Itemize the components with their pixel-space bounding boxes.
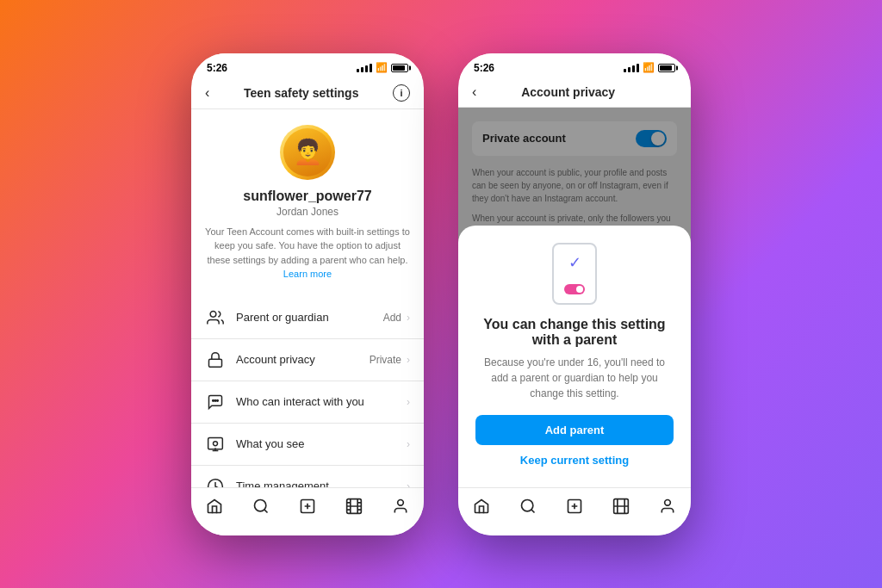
svg-point-6 <box>214 441 218 445</box>
screen1-title: Teen safety settings <box>244 86 359 100</box>
profile-description: Your Teen Account comes with built-in se… <box>205 225 410 282</box>
status-time-2: 5:26 <box>474 62 494 74</box>
battery-icon <box>391 64 408 72</box>
svg-point-8 <box>255 499 266 511</box>
avatar: 🧑‍🦱 <box>280 125 335 180</box>
person-icon <box>205 307 226 328</box>
settings-item-interact[interactable]: Who can interact with you › <box>191 381 424 424</box>
nav-bar-2 <box>458 487 691 535</box>
nav-profile-icon-2[interactable] <box>659 498 676 519</box>
chevron-icon-see: › <box>407 438 410 450</box>
eye-icon <box>205 434 226 455</box>
toggle-illustration <box>564 284 585 294</box>
svg-point-4 <box>217 399 219 401</box>
privacy-label: Account privacy <box>236 353 370 366</box>
check-icon: ✓ <box>568 253 581 272</box>
interact-label: Who can interact with you <box>236 395 401 408</box>
real-name: Jordan Jones <box>276 206 339 218</box>
nav-reels-icon[interactable] <box>345 498 363 519</box>
username: sunflower_power77 <box>243 189 371 204</box>
sheet-description: Because you're under 16, you'll need to … <box>475 355 674 401</box>
signal-icon-2 <box>624 64 639 72</box>
status-bar-1: 5:26 📶 <box>191 53 424 77</box>
profile-section: 🧑‍🦱 sunflower_power77 Jordan Jones Your … <box>191 109 424 290</box>
screen1-header: ‹ Teen safety settings i <box>191 77 424 109</box>
nav-reels-icon-2[interactable] <box>612 498 630 519</box>
signal-icon <box>357 64 372 72</box>
svg-point-0 <box>210 311 216 317</box>
bottom-sheet: ✓ You can change this setting with a par… <box>458 226 691 487</box>
nav-search-icon[interactable] <box>252 498 270 519</box>
avatar-face: 🧑‍🦱 <box>283 128 332 176</box>
phone-teen-safety: 5:26 📶 ‹ Teen safety settings i <box>191 53 424 535</box>
clock-icon <box>205 476 226 487</box>
settings-item-privacy[interactable]: Account privacy Private › <box>191 339 424 381</box>
nav-home-icon-2[interactable] <box>473 498 490 519</box>
svg-point-21 <box>398 499 404 505</box>
status-icons-2: 📶 <box>624 62 675 73</box>
chevron-icon-privacy: › <box>407 354 410 366</box>
sheet-phone-illustration: ✓ <box>552 243 597 305</box>
wifi-icon: 📶 <box>376 62 388 73</box>
toggle-small-knob <box>576 286 583 293</box>
back-button-1[interactable]: ‹ <box>205 85 209 101</box>
wifi-icon-2: 📶 <box>643 62 655 73</box>
svg-line-23 <box>531 509 535 512</box>
nav-home-icon[interactable] <box>206 498 223 519</box>
phone-account-privacy: 5:26 📶 ‹ Account privacy <box>458 53 691 535</box>
screen2-header: ‹ Account privacy <box>458 77 691 108</box>
sheet-title: You can change this setting with a paren… <box>475 317 674 348</box>
svg-rect-5 <box>208 437 223 449</box>
status-bar-2: 5:26 📶 <box>458 53 691 77</box>
info-button-1[interactable]: i <box>393 84 410 102</box>
settings-item-parent[interactable]: Parent or guardian Add › <box>191 297 424 339</box>
settings-list: Parent or guardian Add › Account privacy… <box>191 290 424 487</box>
screen2-title: Account privacy <box>521 85 615 99</box>
nav-add-icon-2[interactable] <box>566 498 583 519</box>
keep-current-button[interactable]: Keep current setting <box>520 454 629 467</box>
svg-line-9 <box>264 509 268 512</box>
screen1-content: ‹ Teen safety settings i 🧑‍🦱 sunflower_p… <box>191 77 424 487</box>
status-time-1: 5:26 <box>207 62 227 74</box>
privacy-value: Private <box>370 354 401 366</box>
lock-icon <box>205 350 226 370</box>
battery-icon-2 <box>658 64 675 72</box>
time-label: Time management <box>236 480 401 487</box>
settings-item-time[interactable]: Time management › <box>191 466 424 487</box>
back-button-2[interactable]: ‹ <box>472 84 476 100</box>
learn-more-link[interactable]: Learn more <box>283 269 332 279</box>
chevron-icon-interact: › <box>407 396 410 408</box>
add-parent-button[interactable]: Add parent <box>475 415 674 445</box>
svg-point-2 <box>213 399 214 401</box>
svg-point-3 <box>214 399 216 401</box>
parent-value: Add <box>383 312 401 324</box>
nav-search-icon-2[interactable] <box>519 498 537 519</box>
chevron-icon-time: › <box>407 480 410 487</box>
nav-add-icon[interactable] <box>299 498 316 519</box>
privacy-content: Private account When your account is pub… <box>458 108 691 487</box>
settings-item-see[interactable]: What you see › <box>191 424 424 466</box>
parent-label: Parent or guardian <box>236 311 383 324</box>
see-label: What you see <box>236 437 401 450</box>
chevron-icon-parent: › <box>407 312 410 324</box>
svg-point-22 <box>522 499 533 511</box>
nav-bar-1 <box>191 487 424 535</box>
message-icon <box>205 392 226 412</box>
svg-rect-1 <box>209 359 222 367</box>
screen2-content: ‹ Account privacy Private account When y… <box>458 77 691 487</box>
svg-point-31 <box>665 499 671 505</box>
nav-profile-icon[interactable] <box>392 498 409 519</box>
status-icons-1: 📶 <box>357 62 408 73</box>
